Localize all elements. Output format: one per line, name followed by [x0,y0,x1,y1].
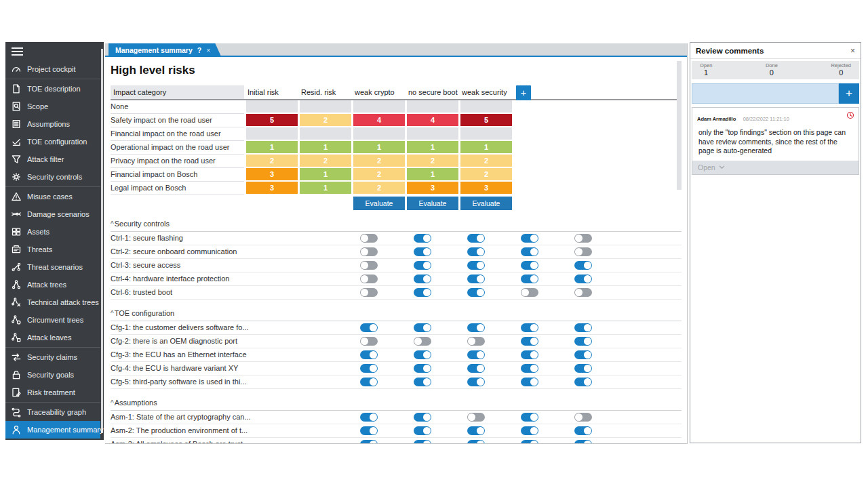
hamburger-icon[interactable] [12,47,23,56]
toggle-switch[interactable] [414,234,431,243]
sidebar-item-security-controls[interactable]: Security controls [5,168,100,186]
sidebar-item-threat-scenarios[interactable]: Threat scenarios [5,258,100,276]
toggle-switch[interactable] [467,261,485,270]
toggle-switch[interactable] [521,413,538,422]
toggle-switch[interactable] [574,378,592,386]
toggle-switch[interactable] [360,247,378,256]
sidebar-item-risk-treatment[interactable]: Risk treatment [5,384,100,401]
toggle-switch[interactable] [414,378,431,386]
toggle-switch[interactable] [467,323,485,332]
toggle-switch[interactable] [360,440,378,443]
toggle-switch[interactable] [414,350,431,359]
toggle-switch[interactable] [574,440,592,443]
toggle-switch[interactable] [521,378,538,386]
toggle-switch[interactable] [360,234,378,243]
tab-help-icon[interactable]: ? [197,46,201,54]
toggle-switch[interactable] [521,274,538,283]
toggle-switch[interactable] [521,350,538,359]
sidebar-item-circumvent-trees[interactable]: Circumvent trees [5,311,100,329]
sidebar-item-security-claims[interactable]: Security claims [5,348,100,366]
toggle-switch[interactable] [467,234,485,243]
toggle-switch[interactable] [574,274,592,283]
sidebar-item-security-goals[interactable]: Security goals [5,366,100,384]
sidebar-item-traceability-graph[interactable]: Traceability graph [5,403,100,421]
toggle-switch[interactable] [574,261,592,270]
sidebar-item-attack-leaves[interactable]: Attack leaves [5,329,100,346]
toggle-switch[interactable] [521,288,538,297]
toggle-switch[interactable] [574,247,592,256]
section-header[interactable]: ^TOE configuration [111,309,682,321]
toggle-switch[interactable] [574,234,592,243]
toggle-switch[interactable] [521,323,538,332]
toggle-switch[interactable] [360,378,378,386]
toggle-switch[interactable] [467,426,485,435]
toggle-switch[interactable] [414,364,431,373]
toggle-switch[interactable] [574,337,592,346]
toggle-switch[interactable] [574,413,592,422]
sidebar-item-toe-configuration[interactable]: TOE configuration [5,133,100,150]
toggle-switch[interactable] [467,378,485,386]
sidebar-item-toe-description[interactable]: TOE description [5,80,100,98]
toggle-switch[interactable] [467,247,485,256]
toggle-switch[interactable] [521,364,538,373]
toggle-switch[interactable] [360,274,378,283]
toggle-switch[interactable] [360,364,378,373]
toggle-switch[interactable] [521,426,538,435]
sidebar-item-threats[interactable]: Threats [5,241,100,258]
sidebar-item-damage-scenarios[interactable]: Damage scenarios [5,205,100,223]
add-column-button[interactable]: + [516,85,531,100]
sidebar-item-assumptions[interactable]: Assumptions [5,115,100,133]
sidebar-item-scope[interactable]: Scope [5,98,100,115]
toggle-switch[interactable] [414,261,431,270]
tab-close-icon[interactable]: × [206,46,210,54]
toggle-switch[interactable] [360,288,378,297]
toggle-switch[interactable] [574,288,592,297]
toggle-switch[interactable] [414,247,431,256]
toggle-switch[interactable] [414,288,431,297]
toggle-switch[interactable] [467,274,485,283]
sidebar-item-attack-trees[interactable]: Attack trees [5,276,100,293]
toggle-switch[interactable] [360,413,378,422]
sidebar-item-attack-filter[interactable]: Attack filter [5,150,100,168]
toggle-switch[interactable] [467,350,485,359]
sidebar-item-misuse-cases[interactable]: Misuse cases [5,188,100,205]
new-comment-input[interactable] [692,83,839,104]
toggle-switch[interactable] [521,440,538,443]
toggle-switch[interactable] [574,426,592,435]
main-scrollbar-thumb[interactable] [677,61,682,190]
toggle-switch[interactable] [574,364,592,373]
toggle-switch[interactable] [467,364,485,373]
sidebar-item-technical-attack-trees[interactable]: Technical attack trees [5,293,100,311]
toggle-switch[interactable] [521,261,538,270]
toggle-switch[interactable] [467,413,485,422]
section-header[interactable]: ^Security controls [111,220,682,232]
toggle-switch[interactable] [414,323,431,332]
evaluate-button[interactable]: Evaluate [353,197,405,210]
section-header[interactable]: ^Assumptions [111,399,682,411]
toggle-switch[interactable] [360,261,378,270]
toggle-switch[interactable] [414,426,431,435]
toggle-switch[interactable] [574,350,592,359]
evaluate-button[interactable]: Evaluate [460,197,512,210]
review-close-icon[interactable]: × [850,46,855,56]
toggle-switch[interactable] [467,337,485,346]
sidebar-scrollbar[interactable] [101,49,103,433]
sidebar-item-project-cockpit[interactable]: Project cockpit [5,60,100,78]
evaluate-button[interactable]: Evaluate [407,197,458,210]
toggle-switch[interactable] [521,337,538,346]
toggle-switch[interactable] [467,440,485,443]
toggle-switch[interactable] [360,350,378,359]
toggle-switch[interactable] [414,274,431,283]
toggle-switch[interactable] [360,337,378,346]
sidebar-item-assets[interactable]: Assets [5,223,100,241]
toggle-switch[interactable] [360,426,378,435]
toggle-switch[interactable] [521,247,538,256]
comment-status-dropdown[interactable]: Open [692,161,859,174]
toggle-switch[interactable] [521,234,538,243]
toggle-switch[interactable] [414,413,431,422]
sidebar-item-management-summary[interactable]: Management summary [5,421,100,439]
toggle-switch[interactable] [574,323,592,332]
toggle-switch[interactable] [414,440,431,443]
toggle-switch[interactable] [414,337,431,346]
add-comment-button[interactable]: + [839,83,859,104]
